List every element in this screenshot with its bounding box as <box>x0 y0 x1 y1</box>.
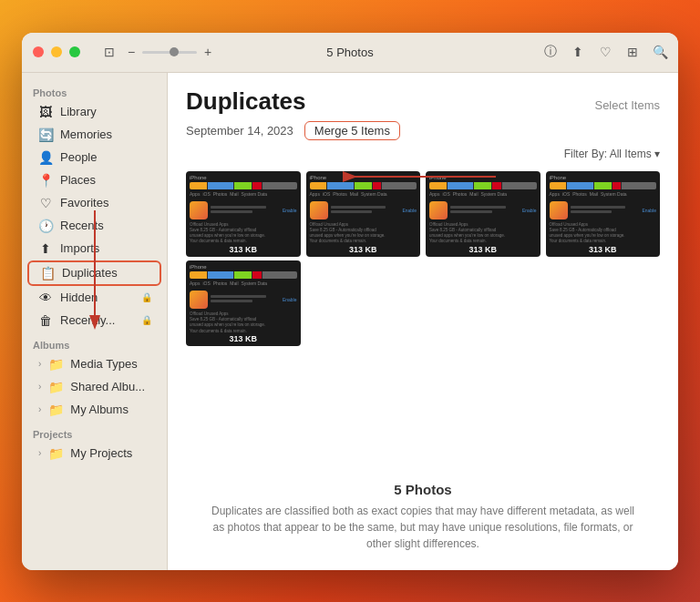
shared-albums-icon: 📁 <box>48 380 63 394</box>
content-subheader: September 14, 2023 Merge 5 Items <box>186 121 660 140</box>
search-icon[interactable]: 🔍 <box>653 45 667 59</box>
filter-label[interactable]: Filter By: All Items ▾ <box>564 148 660 160</box>
titlebar-center: 5 Photos <box>326 46 373 59</box>
expand-icon-my-albums: › <box>38 404 41 414</box>
sidebar-section-photos: Photos <box>22 80 167 100</box>
places-icon: 📍 <box>38 173 53 188</box>
photo-size-4: 313 KB <box>589 245 617 254</box>
merge-button[interactable]: Merge 5 Items <box>304 121 400 140</box>
share-icon[interactable]: ⬆ <box>571 45 585 59</box>
titlebar-title: 5 Photos <box>326 46 373 59</box>
media-types-icon: 📁 <box>48 357 63 372</box>
content-date: September 14, 2023 <box>186 124 293 138</box>
sidebar-label-duplicates: Duplicates <box>62 266 118 280</box>
sidebar-label-media-types: Media Types <box>70 357 137 371</box>
sidebar-item-hidden[interactable]: 👁 Hidden 🔒 <box>27 287 161 309</box>
photo-grid-row2: iPhone AppsiOSPhotosMailSystem Data <box>168 260 678 357</box>
footer-count: 5 Photos <box>204 482 642 497</box>
zoom-track <box>142 51 197 54</box>
recents-icon: 🕐 <box>38 219 53 233</box>
heart-icon[interactable]: ♡ <box>598 45 612 59</box>
sidebar-item-shared-albums[interactable]: › 📁 Shared Albu... <box>27 376 161 398</box>
sidebar-label-imports: Imports <box>60 241 99 255</box>
sidebar-item-duplicates[interactable]: 📋 Duplicates <box>27 260 161 286</box>
sidebar-label-library: Library <box>60 105 97 118</box>
sidebar-item-recents[interactable]: 🕐 Recents <box>27 215 161 237</box>
sidebar-section-albums: Albums <box>22 332 167 352</box>
main-window: ⊡ − + 5 Photos ⓘ ⬆ ♡ ⊞ 🔍 <box>22 33 678 570</box>
sidebar-item-my-projects[interactable]: › 📁 My Projects <box>27 443 161 464</box>
sidebar-item-my-albums[interactable]: › 📁 My Albums <box>27 399 161 421</box>
sidebar-label-favorites: Favorites <box>60 196 108 209</box>
zoom-out-icon[interactable]: − <box>124 45 139 59</box>
recently-icon: 🗑 <box>38 313 53 328</box>
sidebar-item-library[interactable]: 🖼 Library <box>27 101 161 123</box>
sidebar: Photos 🖼 Library 🔄 Memories 👤 People 📍 P… <box>22 73 168 570</box>
page-title: Duplicates <box>186 87 306 116</box>
sidebar-item-imports[interactable]: ⬆ Imports <box>27 238 161 260</box>
photo-thumb-1[interactable]: iPhone AppsiOSPhotosMailSystem Data <box>186 171 301 257</box>
content-footer: 5 Photos Duplicates are classified both … <box>168 471 678 570</box>
memories-icon: 🔄 <box>38 128 53 142</box>
titlebar: ⊡ − + 5 Photos ⓘ ⬆ ♡ ⊞ 🔍 <box>22 33 678 73</box>
zoom-thumb <box>170 47 179 56</box>
photo-size-5: 313 KB <box>229 334 257 343</box>
maximize-button[interactable] <box>69 46 80 57</box>
crop-icon[interactable]: ⊞ <box>625 45 640 59</box>
sidebar-item-people[interactable]: 👤 People <box>27 147 161 168</box>
traffic-lights <box>33 46 80 57</box>
my-albums-icon: 📁 <box>48 403 63 417</box>
imports-icon: ⬆ <box>38 241 53 256</box>
info-icon[interactable]: ⓘ <box>543 45 558 59</box>
content-header: Duplicates Select Items September 14, 20… <box>168 73 678 148</box>
close-button[interactable] <box>33 46 44 57</box>
expand-icon-media: › <box>38 359 41 369</box>
recently-lock-icon: 🔒 <box>141 315 152 325</box>
sidebar-label-people: People <box>60 150 97 164</box>
hidden-icon: 👁 <box>38 291 53 305</box>
photo-size-1: 313 KB <box>229 245 257 254</box>
people-icon: 👤 <box>38 150 53 165</box>
photo-thumb-5[interactable]: iPhone AppsiOSPhotosMailSystem Data <box>186 260 301 346</box>
sidebar-label-places: Places <box>60 173 96 187</box>
sidebar-label-my-projects: My Projects <box>70 446 132 460</box>
view-icon[interactable]: ⊡ <box>102 45 117 59</box>
content-area: Duplicates Select Items September 14, 20… <box>168 73 678 570</box>
sidebar-label-recently: Recently... <box>60 313 115 327</box>
expand-icon-shared: › <box>38 382 41 392</box>
photo-size-3: 313 KB <box>468 245 497 254</box>
photo-thumb-2[interactable]: iPhone AppsiOSPhotosMailSystem Data <box>306 171 421 257</box>
photo-thumb-3[interactable]: iPhone AppsiOSPhotosMailSystem Data <box>426 171 540 257</box>
hidden-lock-icon: 🔒 <box>141 292 152 302</box>
zoom-in-icon[interactable]: + <box>201 45 215 59</box>
sidebar-label-shared-albums: Shared Albu... <box>70 380 145 393</box>
photo-size-2: 313 KB <box>349 245 377 254</box>
favorites-icon: ♡ <box>38 196 53 210</box>
sidebar-section-projects: Projects <box>22 422 167 442</box>
main-area: Photos 🖼 Library 🔄 Memories 👤 People 📍 P… <box>22 73 678 570</box>
filter-bar: Filter By: All Items ▾ <box>168 148 678 168</box>
sidebar-item-favorites[interactable]: ♡ Favorites <box>27 192 161 214</box>
sidebar-label-memories: Memories <box>60 128 112 141</box>
select-items-button[interactable]: Select Items <box>594 98 660 112</box>
titlebar-right-tools: ⓘ ⬆ ♡ ⊞ 🔍 <box>543 45 667 59</box>
sidebar-label-my-albums: My Albums <box>70 403 129 416</box>
sidebar-label-hidden: Hidden <box>60 291 98 304</box>
photo-grid-row1: iPhone AppsiOSPhotosMailSystem Data <box>168 168 678 260</box>
footer-description: Duplicates are classified both as exact … <box>204 503 642 552</box>
photo-thumb-4[interactable]: iPhone AppsiOSPhotosMailSystem Data <box>546 171 661 257</box>
zoom-slider[interactable]: − + <box>124 45 215 59</box>
titlebar-left-tools: ⊡ − + <box>102 45 215 59</box>
duplicates-icon: 📋 <box>40 266 55 281</box>
my-projects-icon: 📁 <box>48 446 63 461</box>
sidebar-label-recents: Recents <box>60 219 104 232</box>
sidebar-item-recently[interactable]: 🗑 Recently... 🔒 <box>27 310 161 332</box>
library-icon: 🖼 <box>38 105 53 119</box>
sidebar-item-places[interactable]: 📍 Places <box>27 169 161 191</box>
sidebar-item-media-types[interactable]: › 📁 Media Types <box>27 353 161 375</box>
sidebar-item-memories[interactable]: 🔄 Memories <box>27 124 161 146</box>
expand-icon-projects: › <box>38 448 41 458</box>
minimize-button[interactable] <box>51 46 62 57</box>
